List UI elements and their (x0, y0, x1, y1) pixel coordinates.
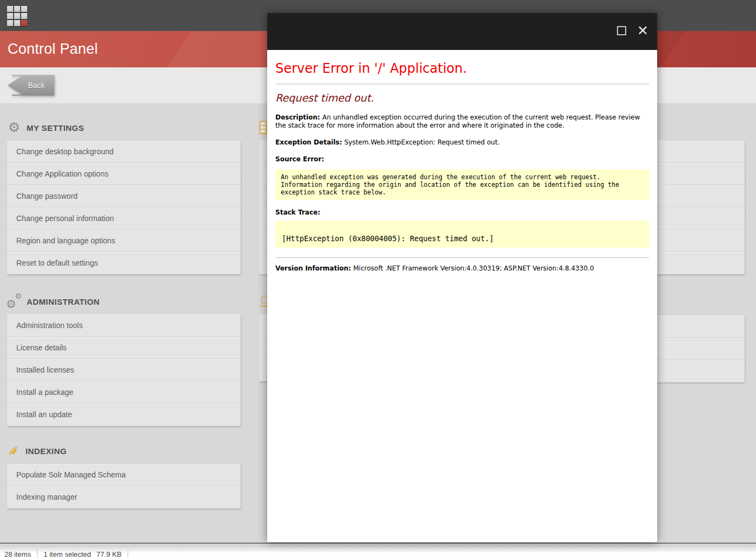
section-header-my-settings: ⚙ MY SETTINGS (7, 119, 84, 136)
column-left: ⚙ MY SETTINGS Change desktop background … (7, 103, 241, 543)
administration-list: Administration tools License details Ins… (7, 314, 241, 426)
error-title: Server Error in '/' Application. (275, 61, 649, 76)
selection-info: 1 item selected (43, 550, 91, 558)
section-header-administration: ⚙ ⚙ ADMINISTRATION (7, 293, 99, 310)
server-error-dialog: ✕ Server Error in '/' Application. Reque… (267, 13, 657, 542)
version-information: Version Information: Microsoft .NET Fram… (275, 265, 649, 278)
status-divider (128, 550, 128, 558)
stack-trace-label: Stack Trace: (275, 209, 649, 216)
list-item[interactable]: Install an update (7, 404, 241, 426)
dialog-body: Server Error in '/' Application. Request… (267, 50, 657, 278)
list-item[interactable]: Change password (7, 185, 241, 207)
list-item[interactable]: Indexing manager (7, 486, 241, 508)
list-item[interactable]: Reset to default settings (7, 252, 241, 274)
divider (275, 257, 649, 258)
stack-trace-text: [HttpException (0x80004005): Request tim… (282, 225, 642, 243)
maximize-icon[interactable] (617, 26, 626, 35)
list-item[interactable]: Region and language options (7, 230, 241, 252)
selection-size: 77.9 KB (97, 550, 122, 558)
list-item[interactable]: Change personal information (7, 207, 241, 230)
source-error-label: Source Error: (275, 155, 649, 163)
dialog-title-bar: ✕ (267, 13, 657, 50)
source-error-text: An unhandled exception was generated dur… (281, 173, 644, 196)
list-item[interactable]: Install a package (7, 381, 241, 404)
exception-label: Exception Details: (275, 139, 344, 146)
exception-details: Exception Details: System.Web.HttpExcept… (275, 139, 649, 147)
list-item[interactable]: Administration tools (7, 314, 241, 337)
my-settings-list: Change desktop background Change Applica… (7, 141, 241, 274)
error-description: Description: An unhandled exception occu… (275, 114, 649, 130)
description-label: Description: (275, 114, 323, 121)
items-count: 28 items (4, 550, 31, 558)
close-icon[interactable]: ✕ (637, 22, 648, 40)
control-panel-window: Control Panel Back ⚙ MY SETTINGS Change … (0, 0, 756, 560)
app-launcher-grid-icon[interactable] (7, 6, 29, 28)
section-header-indexing: INDEXING (7, 443, 67, 459)
error-subtitle: Request timed out. (275, 92, 649, 104)
version-label: Version Information: (275, 265, 354, 272)
indexing-list: Populate Solr Managed Schema Indexing ma… (7, 464, 241, 508)
source-error-box: An unhandled exception was generated dur… (275, 169, 649, 200)
status-bar: 28 items 1 item selected 77.9 KB (0, 545, 756, 560)
gear-icon: ⚙ (7, 121, 21, 135)
stack-trace-box: [HttpException (0x80004005): Request tim… (275, 221, 649, 248)
list-item[interactable]: Populate Solr Managed Schema (7, 464, 241, 486)
list-item[interactable]: Change Application options (7, 163, 241, 185)
status-divider (37, 550, 37, 558)
list-item[interactable]: Change desktop background (7, 141, 241, 163)
list-item[interactable]: License details (7, 337, 241, 359)
feather-icon (7, 444, 20, 457)
page-title: Control Panel (8, 31, 98, 67)
gears-icon: ⚙ ⚙ (7, 294, 21, 309)
divider (275, 84, 649, 84)
back-button[interactable]: Back (8, 75, 54, 96)
list-item[interactable]: Installed licenses (7, 359, 241, 381)
